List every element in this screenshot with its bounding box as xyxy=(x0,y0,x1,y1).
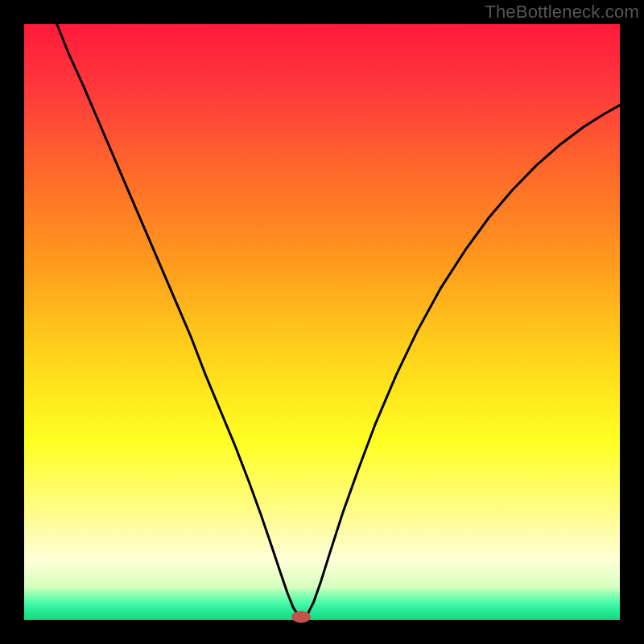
optimal-point-marker xyxy=(291,611,311,623)
plot-background xyxy=(24,24,620,620)
bottleneck-chart xyxy=(0,0,644,644)
chart-container: { "watermark": "TheBottleneck.com", "cha… xyxy=(0,0,644,644)
watermark-text: TheBottleneck.com xyxy=(485,2,639,23)
